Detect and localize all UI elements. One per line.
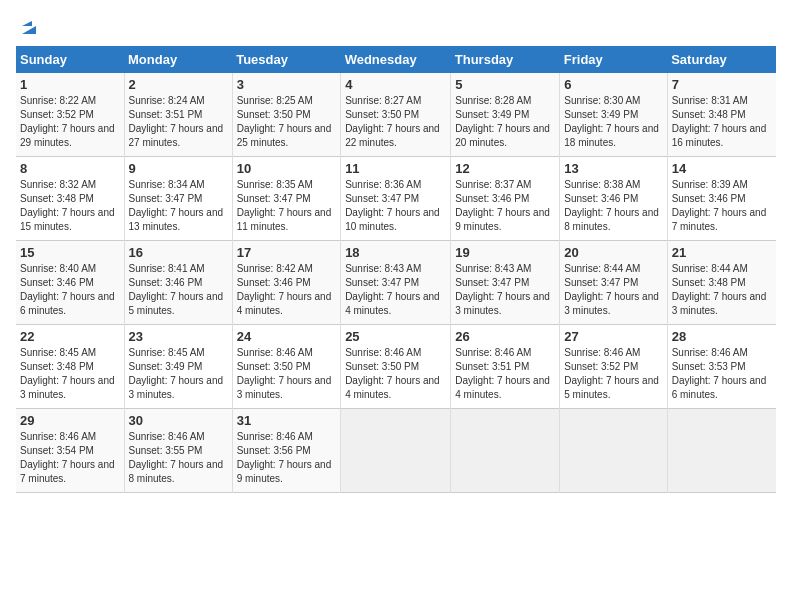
day-info: Sunrise: 8:46 AMSunset: 3:56 PMDaylight:… — [237, 431, 332, 484]
page-header — [16, 16, 776, 34]
calendar-cell: 22 Sunrise: 8:45 AMSunset: 3:48 PMDaylig… — [16, 325, 124, 409]
logo-icon — [18, 16, 40, 38]
day-info: Sunrise: 8:34 AMSunset: 3:47 PMDaylight:… — [129, 179, 224, 232]
calendar-cell: 4 Sunrise: 8:27 AMSunset: 3:50 PMDayligh… — [341, 73, 451, 157]
day-number: 26 — [455, 329, 555, 344]
calendar-cell: 3 Sunrise: 8:25 AMSunset: 3:50 PMDayligh… — [232, 73, 340, 157]
calendar-cell — [341, 409, 451, 493]
calendar-cell: 18 Sunrise: 8:43 AMSunset: 3:47 PMDaylig… — [341, 241, 451, 325]
day-number: 20 — [564, 245, 662, 260]
day-number: 2 — [129, 77, 228, 92]
calendar-cell: 21 Sunrise: 8:44 AMSunset: 3:48 PMDaylig… — [667, 241, 776, 325]
calendar-cell: 11 Sunrise: 8:36 AMSunset: 3:47 PMDaylig… — [341, 157, 451, 241]
calendar-cell: 2 Sunrise: 8:24 AMSunset: 3:51 PMDayligh… — [124, 73, 232, 157]
day-number: 12 — [455, 161, 555, 176]
day-number: 3 — [237, 77, 336, 92]
day-info: Sunrise: 8:45 AMSunset: 3:49 PMDaylight:… — [129, 347, 224, 400]
day-number: 13 — [564, 161, 662, 176]
calendar-header-row: SundayMondayTuesdayWednesdayThursdayFrid… — [16, 46, 776, 73]
day-info: Sunrise: 8:40 AMSunset: 3:46 PMDaylight:… — [20, 263, 115, 316]
calendar-cell — [667, 409, 776, 493]
day-number: 1 — [20, 77, 120, 92]
col-header-wednesday: Wednesday — [341, 46, 451, 73]
day-info: Sunrise: 8:35 AMSunset: 3:47 PMDaylight:… — [237, 179, 332, 232]
day-info: Sunrise: 8:27 AMSunset: 3:50 PMDaylight:… — [345, 95, 440, 148]
day-number: 14 — [672, 161, 772, 176]
calendar-cell: 26 Sunrise: 8:46 AMSunset: 3:51 PMDaylig… — [451, 325, 560, 409]
day-number: 10 — [237, 161, 336, 176]
day-number: 18 — [345, 245, 446, 260]
day-number: 8 — [20, 161, 120, 176]
calendar-week-row: 1 Sunrise: 8:22 AMSunset: 3:52 PMDayligh… — [16, 73, 776, 157]
calendar-cell: 29 Sunrise: 8:46 AMSunset: 3:54 PMDaylig… — [16, 409, 124, 493]
calendar-cell: 28 Sunrise: 8:46 AMSunset: 3:53 PMDaylig… — [667, 325, 776, 409]
calendar-cell: 1 Sunrise: 8:22 AMSunset: 3:52 PMDayligh… — [16, 73, 124, 157]
day-info: Sunrise: 8:36 AMSunset: 3:47 PMDaylight:… — [345, 179, 440, 232]
day-number: 9 — [129, 161, 228, 176]
calendar-cell — [560, 409, 667, 493]
day-number: 29 — [20, 413, 120, 428]
day-info: Sunrise: 8:46 AMSunset: 3:55 PMDaylight:… — [129, 431, 224, 484]
day-number: 17 — [237, 245, 336, 260]
day-info: Sunrise: 8:22 AMSunset: 3:52 PMDaylight:… — [20, 95, 115, 148]
day-number: 19 — [455, 245, 555, 260]
calendar-cell: 31 Sunrise: 8:46 AMSunset: 3:56 PMDaylig… — [232, 409, 340, 493]
calendar-cell: 6 Sunrise: 8:30 AMSunset: 3:49 PMDayligh… — [560, 73, 667, 157]
day-number: 27 — [564, 329, 662, 344]
day-number: 22 — [20, 329, 120, 344]
day-number: 25 — [345, 329, 446, 344]
calendar-cell: 15 Sunrise: 8:40 AMSunset: 3:46 PMDaylig… — [16, 241, 124, 325]
day-info: Sunrise: 8:46 AMSunset: 3:54 PMDaylight:… — [20, 431, 115, 484]
day-info: Sunrise: 8:46 AMSunset: 3:52 PMDaylight:… — [564, 347, 659, 400]
logo — [16, 16, 40, 34]
day-info: Sunrise: 8:46 AMSunset: 3:51 PMDaylight:… — [455, 347, 550, 400]
col-header-saturday: Saturday — [667, 46, 776, 73]
day-info: Sunrise: 8:45 AMSunset: 3:48 PMDaylight:… — [20, 347, 115, 400]
day-info: Sunrise: 8:38 AMSunset: 3:46 PMDaylight:… — [564, 179, 659, 232]
calendar-cell: 27 Sunrise: 8:46 AMSunset: 3:52 PMDaylig… — [560, 325, 667, 409]
calendar-cell: 14 Sunrise: 8:39 AMSunset: 3:46 PMDaylig… — [667, 157, 776, 241]
calendar-cell: 13 Sunrise: 8:38 AMSunset: 3:46 PMDaylig… — [560, 157, 667, 241]
day-number: 4 — [345, 77, 446, 92]
day-info: Sunrise: 8:25 AMSunset: 3:50 PMDaylight:… — [237, 95, 332, 148]
day-info: Sunrise: 8:42 AMSunset: 3:46 PMDaylight:… — [237, 263, 332, 316]
calendar-cell: 10 Sunrise: 8:35 AMSunset: 3:47 PMDaylig… — [232, 157, 340, 241]
calendar-cell: 9 Sunrise: 8:34 AMSunset: 3:47 PMDayligh… — [124, 157, 232, 241]
calendar-cell: 24 Sunrise: 8:46 AMSunset: 3:50 PMDaylig… — [232, 325, 340, 409]
day-number: 30 — [129, 413, 228, 428]
calendar-table: SundayMondayTuesdayWednesdayThursdayFrid… — [16, 46, 776, 493]
day-info: Sunrise: 8:32 AMSunset: 3:48 PMDaylight:… — [20, 179, 115, 232]
day-info: Sunrise: 8:46 AMSunset: 3:53 PMDaylight:… — [672, 347, 767, 400]
day-number: 31 — [237, 413, 336, 428]
calendar-cell: 30 Sunrise: 8:46 AMSunset: 3:55 PMDaylig… — [124, 409, 232, 493]
day-number: 11 — [345, 161, 446, 176]
calendar-cell: 23 Sunrise: 8:45 AMSunset: 3:49 PMDaylig… — [124, 325, 232, 409]
day-info: Sunrise: 8:30 AMSunset: 3:49 PMDaylight:… — [564, 95, 659, 148]
svg-marker-1 — [22, 21, 32, 26]
calendar-cell: 17 Sunrise: 8:42 AMSunset: 3:46 PMDaylig… — [232, 241, 340, 325]
day-number: 6 — [564, 77, 662, 92]
day-number: 7 — [672, 77, 772, 92]
calendar-cell: 12 Sunrise: 8:37 AMSunset: 3:46 PMDaylig… — [451, 157, 560, 241]
calendar-cell: 19 Sunrise: 8:43 AMSunset: 3:47 PMDaylig… — [451, 241, 560, 325]
day-info: Sunrise: 8:24 AMSunset: 3:51 PMDaylight:… — [129, 95, 224, 148]
day-info: Sunrise: 8:44 AMSunset: 3:48 PMDaylight:… — [672, 263, 767, 316]
day-info: Sunrise: 8:43 AMSunset: 3:47 PMDaylight:… — [455, 263, 550, 316]
day-info: Sunrise: 8:31 AMSunset: 3:48 PMDaylight:… — [672, 95, 767, 148]
day-number: 5 — [455, 77, 555, 92]
svg-marker-0 — [22, 26, 36, 34]
col-header-monday: Monday — [124, 46, 232, 73]
calendar-cell: 7 Sunrise: 8:31 AMSunset: 3:48 PMDayligh… — [667, 73, 776, 157]
calendar-cell: 16 Sunrise: 8:41 AMSunset: 3:46 PMDaylig… — [124, 241, 232, 325]
day-info: Sunrise: 8:43 AMSunset: 3:47 PMDaylight:… — [345, 263, 440, 316]
col-header-tuesday: Tuesday — [232, 46, 340, 73]
col-header-sunday: Sunday — [16, 46, 124, 73]
day-number: 21 — [672, 245, 772, 260]
calendar-week-row: 22 Sunrise: 8:45 AMSunset: 3:48 PMDaylig… — [16, 325, 776, 409]
day-info: Sunrise: 8:37 AMSunset: 3:46 PMDaylight:… — [455, 179, 550, 232]
day-number: 24 — [237, 329, 336, 344]
calendar-cell: 5 Sunrise: 8:28 AMSunset: 3:49 PMDayligh… — [451, 73, 560, 157]
calendar-cell: 8 Sunrise: 8:32 AMSunset: 3:48 PMDayligh… — [16, 157, 124, 241]
calendar-cell: 25 Sunrise: 8:46 AMSunset: 3:50 PMDaylig… — [341, 325, 451, 409]
calendar-week-row: 8 Sunrise: 8:32 AMSunset: 3:48 PMDayligh… — [16, 157, 776, 241]
